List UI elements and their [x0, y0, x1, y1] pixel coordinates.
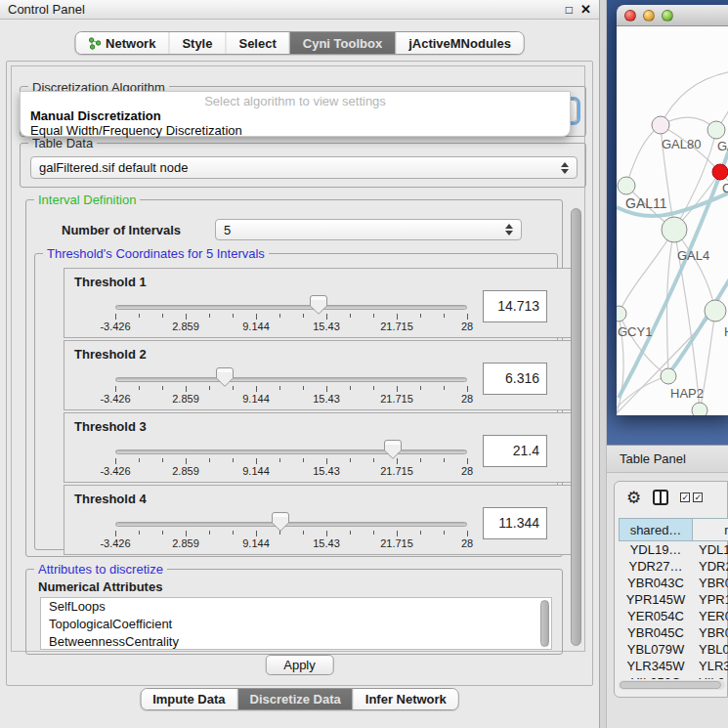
- checkbox-icon: ✓: [693, 492, 703, 502]
- slider-tick: [303, 314, 304, 318]
- close-traffic-light-icon[interactable]: [624, 10, 636, 21]
- slider-tick: [115, 531, 116, 536]
- cell-name[interactable]: YER0: [693, 608, 728, 624]
- cell-shared-name[interactable]: YBR043C: [619, 575, 693, 591]
- cell-shared-name[interactable]: YPR145W: [619, 591, 693, 608]
- table-row[interactable]: YBR045CYBR0: [619, 624, 728, 641]
- cell-shared-name[interactable]: YLR345W: [619, 658, 693, 674]
- slider-tick: [139, 458, 140, 462]
- tab-jactivemnodules[interactable]: jActiveMNodules: [396, 32, 524, 54]
- node[interactable]: [705, 300, 726, 321]
- cell-name[interactable]: YDL1: [693, 541, 728, 558]
- table-row[interactable]: YDL19…YDL1: [619, 541, 728, 558]
- table-panel: ⚙ ✓ ✓ shared… na YDL19…YDL1YDR27…YDR2YBR…: [607, 473, 728, 728]
- slider-tick: [397, 314, 398, 320]
- cell-shared-name[interactable]: YIL053C: [619, 674, 693, 679]
- slider-handle[interactable]: [310, 295, 327, 315]
- node-gal11[interactable]: [618, 177, 635, 194]
- node-gcy1[interactable]: [617, 306, 626, 321]
- slider-track[interactable]: [115, 450, 467, 454]
- cell-shared-name[interactable]: YBL079W: [619, 641, 693, 658]
- threshold-value-field[interactable]: 6.316: [483, 363, 547, 395]
- slider-tick: [326, 386, 327, 392]
- slider-tick: [467, 458, 468, 464]
- slider-tick: [373, 531, 374, 535]
- threshold-label: Threshold 2: [74, 347, 147, 362]
- network-window-titlebar[interactable]: [617, 5, 728, 26]
- table-horizontal-scrollbar[interactable]: [619, 680, 725, 690]
- tab-network[interactable]: Network: [75, 32, 169, 54]
- slider-track[interactable]: [115, 522, 467, 527]
- split-columns-icon[interactable]: [653, 490, 668, 505]
- attribute-list-item[interactable]: SelfLoops: [41, 598, 551, 616]
- node-gal4[interactable]: [662, 217, 687, 242]
- table-row[interactable]: YBR043CYBR0: [619, 575, 728, 591]
- tab-discretize-data[interactable]: Discretize Data: [238, 689, 354, 709]
- cell-shared-name[interactable]: YDR27…: [619, 558, 693, 575]
- zoom-traffic-light-icon[interactable]: [662, 10, 673, 21]
- cell-name[interactable]: YDR2: [693, 558, 728, 575]
- algorithm-option[interactable]: Equal Width/Frequency Discretization: [21, 123, 570, 138]
- table-row[interactable]: YER054CYER0: [619, 608, 728, 624]
- network-canvas[interactable]: GAL80GAGAL11CGAL4GCY1HHAP2: [617, 26, 728, 415]
- node[interactable]: [707, 121, 725, 139]
- node-gal80[interactable]: [652, 116, 669, 134]
- scrollbar-thumb[interactable]: [620, 681, 721, 689]
- gear-icon[interactable]: ⚙: [626, 490, 641, 506]
- minimize-traffic-light-icon[interactable]: [643, 10, 655, 21]
- number-of-intervals-combobox[interactable]: 5: [215, 219, 522, 240]
- tab-style[interactable]: Style: [169, 32, 226, 54]
- cell-name[interactable]: YBL0: [693, 641, 728, 658]
- node[interactable]: [692, 403, 707, 415]
- tab-select[interactable]: Select: [226, 32, 289, 54]
- threshold-value-field[interactable]: 14.713: [483, 290, 547, 322]
- slider-handle[interactable]: [384, 440, 402, 459]
- algorithm-popup-hint: Select algorithm to view settings: [21, 94, 570, 108]
- table-data-combobox[interactable]: galFiltered.sif default node: [30, 156, 578, 179]
- slider-tick: [186, 314, 187, 320]
- slider-track[interactable]: [115, 377, 467, 382]
- panel-scrollbar[interactable]: [571, 208, 581, 646]
- float-window-icon[interactable]: □: [566, 4, 573, 16]
- list-scrollbar[interactable]: [540, 600, 549, 647]
- cell-shared-name[interactable]: YBR045C: [619, 624, 693, 641]
- attribute-list-item[interactable]: BetweennessCentrality: [41, 633, 551, 650]
- tab-cyni-toolbox[interactable]: Cyni Toolbox: [290, 32, 396, 54]
- table-row[interactable]: YBL079WYBL0: [619, 641, 728, 658]
- attribute-list-item[interactable]: TopologicalCoefficient: [41, 616, 551, 633]
- column-header-name[interactable]: na: [693, 518, 728, 541]
- algorithm-option[interactable]: Manual Discretization: [21, 108, 570, 123]
- threshold-label: Threshold 3: [74, 419, 147, 434]
- checkbox-icon: ✓: [680, 492, 690, 502]
- cell-name[interactable]: YBR0: [693, 624, 728, 641]
- panel-divider[interactable]: [599, 0, 607, 728]
- table-row[interactable]: YIL053CYIL0: [619, 674, 728, 679]
- tab-impute-data[interactable]: Impute Data: [141, 689, 237, 709]
- column-header-shared-name[interactable]: shared…: [619, 518, 693, 541]
- slider-tick: [256, 386, 257, 392]
- apply-button[interactable]: Apply: [265, 655, 334, 675]
- slider-track[interactable]: [115, 305, 467, 310]
- slider-handle[interactable]: [216, 367, 234, 387]
- cell-name[interactable]: YIL0: [693, 674, 728, 679]
- slider-tick-label: 21.715: [367, 465, 426, 477]
- cell-name[interactable]: YLR3: [693, 658, 728, 674]
- node-hap2[interactable]: [661, 368, 676, 384]
- tab-infer-network[interactable]: Infer Network: [354, 689, 458, 709]
- close-icon[interactable]: ✕: [580, 3, 591, 16]
- table-row[interactable]: YDR27…YDR2: [619, 558, 728, 575]
- cell-shared-name[interactable]: YDL19…: [619, 541, 693, 558]
- network-view-window[interactable]: GAL80GAGAL11CGAL4GCY1HHAP2: [617, 5, 728, 415]
- threshold-value-field[interactable]: 21.4: [483, 435, 547, 467]
- cell-name[interactable]: YBR0: [693, 575, 728, 591]
- table-row[interactable]: YLR345WYLR3: [619, 658, 728, 674]
- slider-handle[interactable]: [272, 512, 289, 532]
- cell-shared-name[interactable]: YER054C: [619, 608, 693, 624]
- tab-label: Style: [182, 36, 212, 51]
- cell-name[interactable]: YPR1: [693, 591, 728, 608]
- select-columns-icon[interactable]: ✓ ✓: [680, 492, 703, 502]
- node-selected-red[interactable]: [712, 164, 728, 180]
- threshold-value-field[interactable]: 11.344: [483, 507, 547, 539]
- slider-tick: [326, 458, 327, 464]
- table-row[interactable]: YPR145WYPR1: [619, 591, 728, 608]
